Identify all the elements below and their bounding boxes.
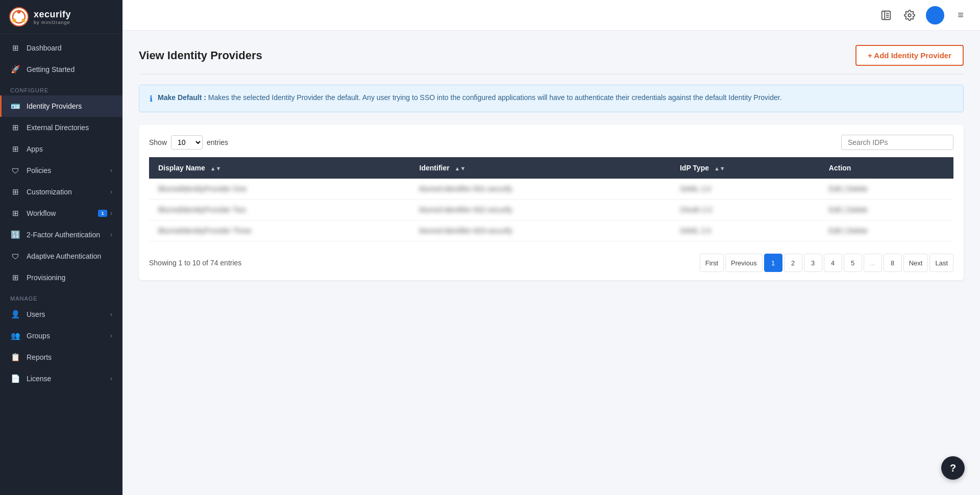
dashboard-icon: ⊞ bbox=[10, 43, 20, 53]
pagination-page-2[interactable]: 2 bbox=[784, 254, 802, 272]
reports-icon: 📋 bbox=[10, 352, 20, 362]
sidebar-item-provisioning[interactable]: ⊞ Provisioning bbox=[0, 267, 122, 288]
manage-section-label: Manage bbox=[0, 288, 122, 304]
directory-icon: ⊞ bbox=[10, 122, 20, 133]
sort-icon-display-name: ▲▼ bbox=[210, 165, 222, 171]
col-display-name[interactable]: Display Name ▲▼ bbox=[149, 157, 410, 179]
pagination-page-3[interactable]: 3 bbox=[804, 254, 822, 272]
pagination-ellipsis: ... bbox=[864, 254, 882, 272]
logo-area: xecurify by miniOrange bbox=[0, 0, 122, 34]
sidebar-item-adaptive-auth[interactable]: 🛡 Adaptive Authentication bbox=[0, 245, 122, 267]
pagination-next[interactable]: Next bbox=[903, 254, 928, 272]
pagination-last[interactable]: Last bbox=[929, 254, 953, 272]
sidebar-item-dashboard[interactable]: ⊞ Dashboard bbox=[0, 37, 122, 59]
id-card-icon: 🪪 bbox=[10, 101, 20, 111]
sidebar-item-groups[interactable]: 👥 Groups › bbox=[0, 325, 122, 346]
sidebar-item-label: Getting Started bbox=[27, 65, 112, 73]
sidebar-item-2fa[interactable]: 🔢 2-Factor Authentication › bbox=[0, 224, 122, 245]
sort-icon-idp-type: ▲▼ bbox=[714, 165, 725, 171]
cell-display-name: BlurredIdentityProvider One bbox=[149, 179, 410, 200]
col-idp-type[interactable]: IdP Type ▲▼ bbox=[671, 157, 820, 179]
table-header-row: Display Name ▲▼ Identifier ▲▼ IdP Type ▲… bbox=[149, 157, 953, 179]
help-button[interactable]: ? bbox=[941, 456, 965, 480]
sidebar-item-workflow[interactable]: ⊞ Workflow 1 › bbox=[0, 203, 122, 224]
col-identifier[interactable]: Identifier ▲▼ bbox=[410, 157, 671, 179]
2fa-icon: 🔢 bbox=[10, 230, 20, 240]
sidebar-item-label: Customization bbox=[27, 188, 110, 196]
logo-icon bbox=[9, 7, 29, 27]
user-icon: 👤 bbox=[10, 309, 20, 319]
cell-identifier: blurred-identifier-001-xecurify bbox=[410, 179, 671, 200]
app-name: xecurify bbox=[34, 9, 71, 20]
sidebar-item-license[interactable]: 📄 License › bbox=[0, 368, 122, 389]
cell-display-name: BlurredIdentityProvider Three bbox=[149, 220, 410, 241]
col-action: Action bbox=[820, 157, 953, 179]
table-header: Display Name ▲▼ Identifier ▲▼ IdP Type ▲… bbox=[149, 157, 953, 179]
sidebar-item-label: 2-Factor Authentication bbox=[27, 231, 110, 239]
sidebar-item-label: Provisioning bbox=[27, 274, 112, 282]
pagination-first[interactable]: First bbox=[700, 254, 724, 272]
sidebar-item-reports[interactable]: 📋 Reports bbox=[0, 346, 122, 368]
cell-identifier: blurred-identifier-002-xecurify bbox=[410, 200, 671, 220]
table-row: BlurredIdentityProvider Three blurred-id… bbox=[149, 220, 953, 241]
sidebar-item-label: Adaptive Authentication bbox=[27, 252, 112, 260]
pagination-page-1[interactable]: 1 bbox=[764, 254, 782, 272]
pagination-page-8[interactable]: 8 bbox=[884, 254, 902, 272]
entries-per-page-select[interactable]: 10 25 50 100 bbox=[171, 135, 203, 150]
pagination-previous[interactable]: Previous bbox=[725, 254, 763, 272]
chevron-right-icon: › bbox=[110, 231, 112, 238]
sidebar-item-label: Workflow bbox=[27, 209, 98, 217]
sidebar-item-label: Policies bbox=[27, 166, 110, 175]
adaptive-icon: 🛡 bbox=[10, 251, 20, 261]
cell-idp-type: SAML 2.0 bbox=[671, 220, 820, 241]
cell-identifier: blurred-identifier-003-xecurify bbox=[410, 220, 671, 241]
chevron-right-icon: › bbox=[110, 332, 112, 339]
gear-icon[interactable] bbox=[902, 8, 917, 22]
sidebar-item-apps[interactable]: ⊞ Apps bbox=[0, 138, 122, 160]
sidebar-item-getting-started[interactable]: 🚀 Getting Started bbox=[0, 59, 122, 80]
book-icon[interactable] bbox=[879, 8, 893, 22]
chevron-right-icon: › bbox=[110, 311, 112, 318]
pagination-page-5[interactable]: 5 bbox=[844, 254, 862, 272]
idp-table: Display Name ▲▼ Identifier ▲▼ IdP Type ▲… bbox=[149, 157, 953, 241]
app-tagline: by miniOrange bbox=[34, 20, 71, 25]
table-controls: Show 10 25 50 100 entries bbox=[149, 135, 953, 150]
info-banner-text: Make Default : Makes the selected Identi… bbox=[158, 93, 782, 102]
sidebar-item-policies[interactable]: 🛡 Policies › bbox=[0, 160, 122, 181]
provisioning-icon: ⊞ bbox=[10, 273, 20, 283]
chevron-right-icon: › bbox=[110, 375, 112, 382]
cell-idp-type: OAuth 2.0 bbox=[671, 200, 820, 220]
sidebar-item-customization[interactable]: ⊞ Customization › bbox=[0, 181, 122, 203]
pagination-page-4[interactable]: 4 bbox=[824, 254, 842, 272]
sidebar: xecurify by miniOrange ⊞ Dashboard 🚀 Get… bbox=[0, 0, 122, 495]
table-body: BlurredIdentityProvider One blurred-iden… bbox=[149, 179, 953, 241]
cell-action: Edit | Delete bbox=[820, 220, 953, 241]
add-identity-provider-button[interactable]: + Add Identity Provider bbox=[855, 45, 964, 66]
sidebar-item-label: External Directories bbox=[27, 123, 112, 132]
search-input[interactable] bbox=[841, 135, 953, 150]
content-area: View Identity Providers + Add Identity P… bbox=[122, 31, 980, 495]
cell-action: Edit | Delete bbox=[820, 200, 953, 220]
svg-point-2 bbox=[17, 10, 21, 14]
svg-point-10 bbox=[908, 14, 911, 17]
topbar: ≡ bbox=[122, 0, 980, 31]
apps-icon: ⊞ bbox=[10, 144, 20, 154]
table-section: Show 10 25 50 100 entries Display Name bbox=[139, 125, 964, 280]
show-entries-control: Show 10 25 50 100 entries bbox=[149, 135, 228, 150]
table-footer: Showing 1 to 10 of 74 entries First Prev… bbox=[149, 250, 953, 272]
configure-section-label: Configure bbox=[0, 80, 122, 95]
hamburger-icon[interactable]: ≡ bbox=[953, 8, 968, 22]
sidebar-item-users[interactable]: 👤 Users › bbox=[0, 304, 122, 325]
entries-info: Showing 1 to 10 of 74 entries bbox=[149, 259, 241, 267]
info-banner-bold: Make Default : bbox=[158, 93, 206, 102]
sidebar-item-identity-providers[interactable]: 🪪 Identity Providers bbox=[0, 95, 122, 117]
pagination: First Previous 1 2 3 4 5 ... 8 Next Last bbox=[700, 254, 953, 272]
info-icon: ℹ bbox=[150, 94, 153, 104]
page-divider bbox=[139, 74, 964, 75]
workflow-icon: ⊞ bbox=[10, 208, 20, 218]
sidebar-item-external-directories[interactable]: ⊞ External Directories bbox=[0, 117, 122, 138]
main-area: ≡ View Identity Providers + Add Identity… bbox=[122, 0, 980, 495]
info-banner-description: Makes the selected Identity Provider the… bbox=[208, 93, 782, 102]
info-banner: ℹ Make Default : Makes the selected Iden… bbox=[139, 85, 964, 112]
user-avatar[interactable] bbox=[926, 6, 944, 24]
